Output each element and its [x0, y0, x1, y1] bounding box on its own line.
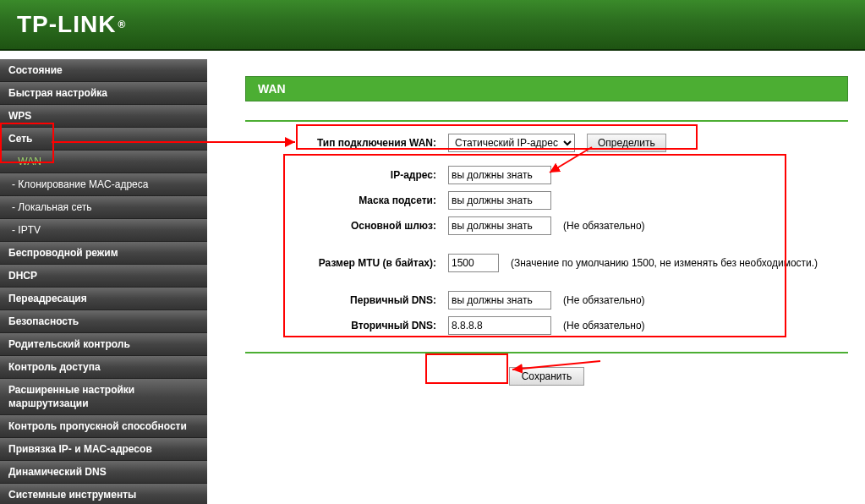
page-title: WAN — [245, 76, 848, 101]
sidebar-item-2[interactable]: WPS — [0, 105, 207, 128]
sidebar-item-6[interactable]: - Локальная сеть — [0, 196, 207, 219]
sidebar-item-18[interactable]: Системные инструменты — [0, 484, 207, 504]
sidebar-item-3[interactable]: Сеть — [0, 128, 207, 151]
sidebar-item-14[interactable]: Расширенные настройки маршрутизации — [0, 379, 207, 415]
sidebar-item-17[interactable]: Динамический DNS — [0, 461, 207, 484]
row-wan-type: Тип подключения WAN: Статический IP-адре… — [296, 134, 848, 152]
sidebar-item-13[interactable]: Контроль доступа — [0, 356, 207, 379]
dns1-label: Первичный DNS: — [296, 294, 448, 306]
row-gw: Основной шлюз: (Не обязательно) — [296, 216, 848, 235]
separator-top — [245, 120, 848, 122]
page-title-text: WAN — [258, 82, 286, 96]
form: Тип подключения WAN: Статический IP-адре… — [245, 134, 848, 335]
brand-logo: TP-LINK® — [17, 11, 126, 38]
sidebar-item-5[interactable]: - Клонирование MAC-адреса — [0, 173, 207, 196]
sidebar: СостояниеБыстрая настройкаWPSСеть- WAN- … — [0, 51, 207, 504]
mtu-label: Размер MTU (в байтах): — [296, 257, 448, 269]
sidebar-item-0[interactable]: Состояние — [0, 59, 207, 82]
content-area: WAN Тип подключения WAN: Статический IP-… — [207, 51, 865, 504]
gw-label: Основной шлюз: — [296, 220, 448, 232]
mask-input[interactable] — [448, 191, 551, 210]
gw-input[interactable] — [448, 216, 551, 235]
dns2-input[interactable] — [448, 316, 551, 335]
sidebar-item-9[interactable]: DHCP — [0, 265, 207, 288]
row-mask: Маска подсети: — [296, 191, 848, 210]
app-header: TP-LINK® — [0, 0, 865, 51]
mtu-note: (Значение по умолчанию 1500, не изменять… — [511, 257, 818, 269]
sidebar-item-4[interactable]: - WAN — [0, 151, 207, 173]
wan-type-label: Тип подключения WAN: — [296, 137, 448, 149]
detect-button[interactable]: Определить — [587, 134, 666, 152]
mask-label: Маска подсети: — [296, 194, 448, 206]
wan-type-select[interactable]: Статический IP-адрес — [448, 134, 575, 152]
sidebar-item-11[interactable]: Безопасность — [0, 310, 207, 333]
gw-note: (Не обязательно) — [563, 220, 645, 232]
sidebar-item-1[interactable]: Быстрая настройка — [0, 82, 207, 105]
dns1-input[interactable] — [448, 291, 551, 310]
dns1-note: (Не обязательно) — [563, 294, 645, 306]
sidebar-item-10[interactable]: Переадресация — [0, 288, 207, 310]
brand-registered: ® — [118, 19, 126, 30]
brand-text: TP-LINK — [17, 11, 116, 38]
row-ip: IP-адрес: — [296, 166, 848, 184]
save-button[interactable]: Сохранить — [509, 367, 585, 386]
ip-input[interactable] — [448, 166, 551, 184]
sidebar-item-8[interactable]: Беспроводной режим — [0, 242, 207, 265]
sidebar-item-7[interactable]: - IPTV — [0, 219, 207, 242]
sidebar-item-12[interactable]: Родительский контроль — [0, 333, 207, 356]
separator-bottom — [245, 352, 848, 353]
dns2-note: (Не обязательно) — [563, 320, 645, 331]
dns2-label: Вторичный DNS: — [296, 320, 448, 331]
ip-label: IP-адрес: — [296, 169, 448, 181]
sidebar-item-15[interactable]: Контроль пропускной способности — [0, 415, 207, 438]
row-save: Сохранить — [245, 367, 848, 386]
row-mtu: Размер MTU (в байтах): (Значение по умол… — [296, 254, 848, 272]
row-dns2: Вторичный DNS: (Не обязательно) — [296, 316, 848, 335]
mtu-input[interactable] — [448, 254, 499, 272]
sidebar-item-16[interactable]: Привязка IP- и MAC-адресов — [0, 438, 207, 461]
row-dns1: Первичный DNS: (Не обязательно) — [296, 291, 848, 310]
